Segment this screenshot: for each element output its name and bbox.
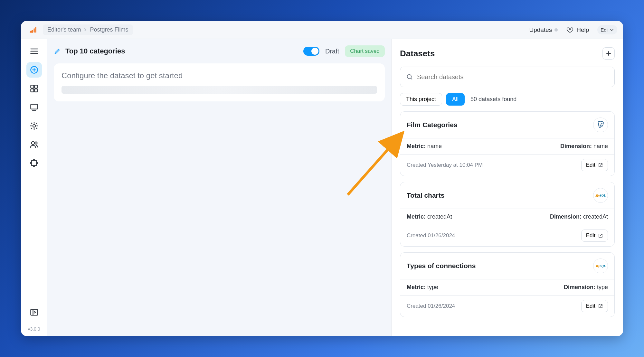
user-initials: Edi [601,27,608,33]
external-link-icon [598,304,603,309]
app-window: Editor's team Postgres Films Updates Hel… [21,21,623,336]
svg-rect-0 [33,28,34,33]
grid-icon [30,84,39,93]
editor-header: Top 10 categories Draft Chart saved [54,45,385,57]
toggle-knob [311,48,318,55]
sidebar-settings-button[interactable] [26,118,42,134]
svg-rect-7 [34,89,37,92]
breadcrumb[interactable]: Editor's team Postgres Films [43,24,133,35]
svg-rect-1 [35,26,36,33]
dataset-metric-row: Metric: name Dimension: name [400,138,614,155]
dataset-list: Film Categories Metric: name Dimension: … [400,111,615,323]
dataset-card[interactable]: Types of connections MySQL Metric: type … [400,252,615,317]
breadcrumb-project[interactable]: Postgres Films [90,26,128,33]
logo-icon [27,24,38,35]
app-logo[interactable] [27,24,38,36]
editor-header-right: Draft Chart saved [303,45,385,57]
svg-rect-5 [34,85,37,88]
postgres-icon [593,117,608,132]
metric-label: Metric: [407,143,426,149]
datasets-count: 50 datasets found [470,96,516,103]
help-link[interactable]: Help [566,26,589,34]
pencil-icon [54,48,61,55]
svg-rect-12 [31,309,37,315]
panel-left-icon [30,308,39,317]
sidebar-add-button[interactable] [26,62,42,78]
add-dataset-button[interactable] [602,47,615,60]
filter-all[interactable]: All [446,93,465,106]
created-text: Created 01/26/2024 [407,303,455,309]
dimension-label: Dimension: [564,284,595,290]
users-icon [30,140,39,149]
mysql-icon: MySQL [593,258,608,273]
main: Top 10 categories Draft Chart saved Conf… [47,39,623,336]
editor-card: Configure the dataset to get started [54,63,385,101]
updates-link[interactable]: Updates [529,26,558,33]
dataset-footer: Created 01/26/2024 Edit [400,296,614,317]
sidebar: v3.0.0 [21,39,47,336]
dimension-value: createdAt [583,213,608,220]
sidebar-collapse-button[interactable] [26,305,42,320]
editor-area: Top 10 categories Draft Chart saved Conf… [47,39,391,336]
plus-icon [606,51,611,56]
breadcrumb-team[interactable]: Editor's team [47,26,81,33]
chevron-down-icon [610,28,614,32]
dataset-card[interactable]: Film Categories Metric: name Dimension: … [400,111,615,176]
created-text: Created Yesterday at 10:04 PM [407,162,483,168]
filter-row: This project All 50 datasets found [400,93,615,106]
svg-rect-4 [31,85,33,88]
puzzle-icon [30,159,39,168]
metric-label: Metric: [407,284,426,290]
mysql-icon: MySQL [593,188,608,203]
chevron-right-icon [83,27,87,33]
saved-badge: Chart saved [345,45,385,57]
metric-label: Metric: [407,213,426,220]
dimension-value: name [593,143,608,149]
placeholder-bar [62,86,377,94]
monitor-icon [30,103,39,112]
sidebar-team-button[interactable] [26,137,42,152]
heart-handshake-icon [566,26,574,34]
chart-title[interactable]: Top 10 categories [65,47,125,55]
dataset-metric-row: Metric: createdAt Dimension: createdAt [400,209,614,225]
dataset-card[interactable]: Total charts MySQL Metric: createdAt Dim… [400,182,615,247]
filter-this-project[interactable]: This project [400,93,442,106]
menu-icon [30,47,39,56]
edit-dataset-button[interactable]: Edit [581,159,608,171]
search-input[interactable] [417,73,609,81]
edit-dataset-button[interactable]: Edit [581,230,608,242]
dataset-footer: Created 01/26/2024 Edit [400,225,614,246]
sidebar-integrations-button[interactable] [26,155,42,171]
metric-value: name [427,143,442,149]
dataset-header: Types of connections MySQL [400,253,614,279]
edit-label: Edit [586,162,595,168]
dimension-label: Dimension: [560,143,592,149]
sidebar-monitor-button[interactable] [26,99,42,115]
plus-circle-icon [30,65,39,74]
config-message: Configure the dataset to get started [62,71,377,80]
app-body: v3.0.0 Top 10 categories Draft Chart sav… [21,39,623,336]
svg-rect-8 [31,104,37,109]
metric-value: type [427,284,438,290]
topbar-right: Updates Help Edi [529,25,617,34]
dataset-name: Film Categories [407,121,458,129]
edit-label: Edit [586,303,595,309]
draft-toggle[interactable] [303,47,319,56]
dataset-name: Types of connections [407,262,476,270]
search-icon [406,73,413,80]
svg-rect-2 [32,30,33,33]
dimension-label: Dimension: [550,213,582,220]
panel-header: Datasets [400,47,615,60]
status-dot-icon [554,28,558,32]
metric-value: createdAt [427,213,452,220]
search-wrap[interactable] [400,67,615,87]
draft-label: Draft [325,48,339,55]
external-link-icon [598,163,603,168]
gear-icon [30,121,39,130]
external-link-icon [598,233,603,238]
sidebar-menu-button[interactable] [26,43,42,59]
sidebar-dashboards-button[interactable] [26,81,42,96]
help-label: Help [576,26,589,33]
user-menu[interactable]: Edi [597,25,617,34]
edit-dataset-button[interactable]: Edit [581,300,608,312]
